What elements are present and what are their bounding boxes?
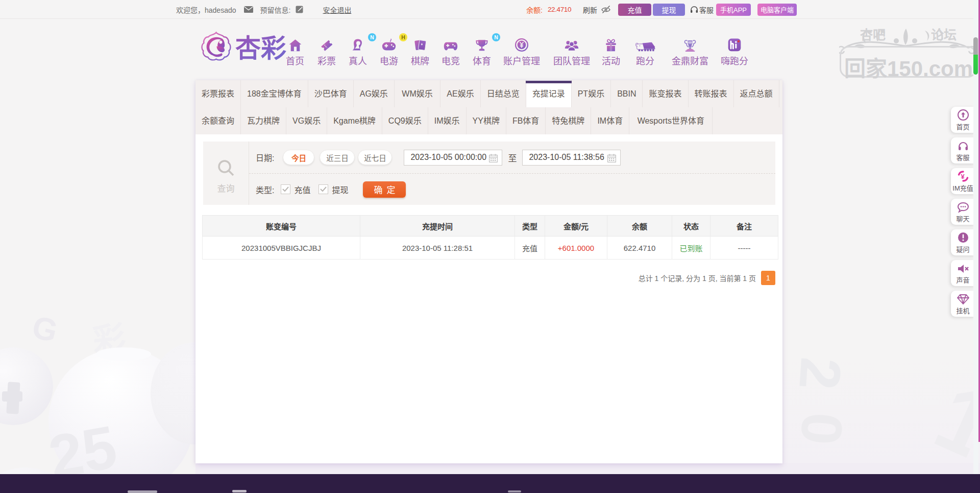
svg-text:¥: ¥: [961, 173, 965, 180]
svg-text:杏彩: 杏彩: [235, 34, 286, 63]
